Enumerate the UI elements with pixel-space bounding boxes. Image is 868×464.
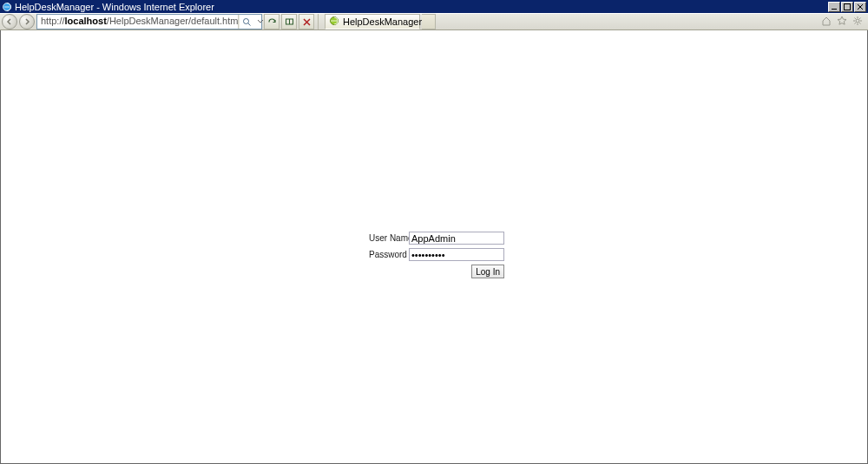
svg-rect-1 xyxy=(832,9,837,10)
favorites-icon[interactable] xyxy=(837,16,847,28)
tools-icon[interactable] xyxy=(852,16,863,28)
compat-view-button[interactable] xyxy=(281,14,297,29)
url-host: localhost xyxy=(65,16,107,26)
back-button[interactable] xyxy=(2,14,17,29)
svg-point-7 xyxy=(856,19,859,23)
address-url[interactable]: http://localhost/HelpDeskManager/default… xyxy=(41,16,238,28)
login-form: User Name Password Log In xyxy=(369,232,504,278)
stop-button[interactable] xyxy=(299,14,314,29)
window-title: HelpDeskManager - Windows Internet Explo… xyxy=(15,2,827,12)
login-button[interactable]: Log In xyxy=(471,265,504,278)
username-input[interactable] xyxy=(409,232,504,245)
minimize-button[interactable] xyxy=(828,2,840,12)
tab-favicon xyxy=(329,16,339,28)
url-scheme: http:// xyxy=(41,16,65,26)
browser-tab[interactable]: HelpDeskManager × xyxy=(325,14,420,29)
password-input[interactable] xyxy=(409,248,504,261)
username-label: User Name xyxy=(369,233,407,243)
home-icon[interactable] xyxy=(821,16,832,28)
page-content: User Name Password Log In xyxy=(0,30,868,464)
maximize-button[interactable] xyxy=(841,2,853,12)
address-bar[interactable]: http://localhost/HelpDeskManager/default… xyxy=(36,14,262,29)
url-path: /HelpDeskManager/default.htm xyxy=(107,16,239,26)
window-titlebar: HelpDeskManager - Windows Internet Explo… xyxy=(0,0,868,13)
close-window-button[interactable] xyxy=(854,2,866,12)
tab-separator xyxy=(318,14,321,29)
address-bar-buttons xyxy=(238,15,266,29)
browser-toolbar: http://localhost/HelpDeskManager/default… xyxy=(0,13,868,30)
password-label: Password xyxy=(369,250,407,259)
refresh-button[interactable] xyxy=(264,14,279,29)
svg-point-4 xyxy=(244,18,249,23)
svg-rect-2 xyxy=(845,3,851,10)
toolbar-right-icons xyxy=(821,16,866,28)
new-tab-button[interactable] xyxy=(422,14,436,29)
ie-logo-icon xyxy=(2,2,12,12)
forward-button[interactable] xyxy=(19,14,35,29)
search-button[interactable] xyxy=(239,15,254,29)
tab-title: HelpDeskManager xyxy=(343,16,422,27)
